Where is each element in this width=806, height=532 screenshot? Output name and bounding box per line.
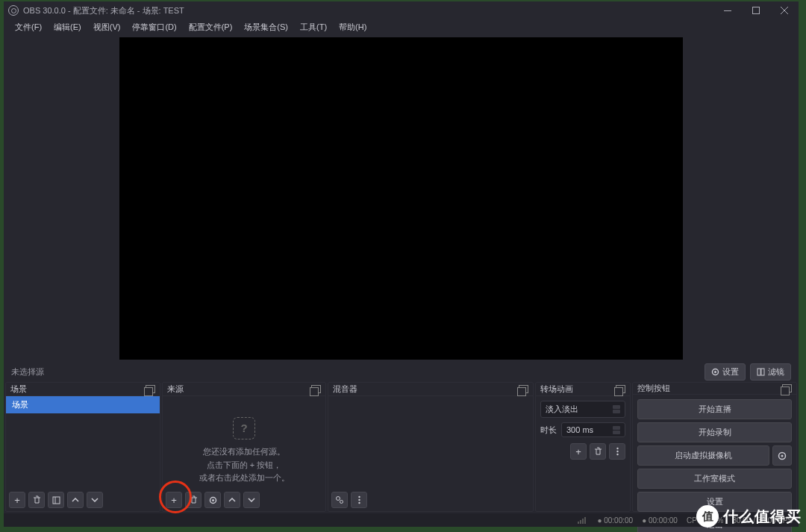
scene-up-button[interactable] <box>67 492 84 508</box>
menu-view[interactable]: 视图(V) <box>88 20 126 34</box>
close-button[interactable] <box>770 1 799 19</box>
scenes-list[interactable]: 场景 <box>6 396 160 489</box>
start-stream-button[interactable]: 开始直播 <box>637 399 792 419</box>
svg-rect-5 <box>761 369 764 375</box>
duration-input[interactable]: 300 ms <box>561 422 625 437</box>
trash-icon <box>594 447 602 456</box>
controls-dock: 控制按钮 开始直播 开始录制 启动虚拟摄像机 工作室模式 设置 退出 <box>632 382 797 512</box>
popout-icon[interactable] <box>616 385 625 393</box>
menu-tools[interactable]: 工具(T) <box>295 20 332 34</box>
svg-point-13 <box>358 499 360 501</box>
add-transition-button[interactable]: + <box>570 443 587 460</box>
trash-icon <box>33 495 41 504</box>
menu-help[interactable]: 帮助(H) <box>334 20 372 34</box>
svg-point-9 <box>212 499 214 501</box>
svg-rect-23 <box>584 517 586 524</box>
virtual-cam-button[interactable]: 启动虚拟摄像机 <box>637 445 769 466</box>
remove-scene-button[interactable] <box>28 492 45 508</box>
source-up-button[interactable] <box>224 492 240 508</box>
spinner-icon <box>613 405 620 413</box>
source-filters-button[interactable]: 滤镜 <box>750 363 791 381</box>
gear-icon <box>209 496 217 504</box>
menu-scene-collection[interactable]: 场景集合(S) <box>239 20 293 34</box>
popout-icon[interactable] <box>146 385 155 393</box>
statusbar: ● 00:00:00 ● 00:00:00 CPU: 0.2% 30.00 / … <box>4 513 799 527</box>
scene-filter-button[interactable] <box>48 492 64 508</box>
titlebar[interactable]: OBS 30.0.0 - 配置文件: 未命名 - 场景: TEST <box>4 1 799 19</box>
source-down-button[interactable] <box>243 492 260 508</box>
spinner-icon <box>613 426 620 434</box>
menu-file[interactable]: 文件(F) <box>10 20 47 34</box>
mixer-menu-button[interactable] <box>351 492 367 508</box>
add-source-button[interactable]: + <box>166 492 182 508</box>
source-settings-button[interactable]: 设置 <box>705 363 746 381</box>
window-title: OBS 30.0.0 - 配置文件: 未命名 - 场景: TEST <box>23 5 184 16</box>
mixer-dock: 混音器 <box>328 382 534 512</box>
transition-menu-button[interactable] <box>609 443 625 460</box>
svg-rect-1 <box>753 7 760 14</box>
svg-rect-22 <box>582 519 584 524</box>
remove-transition-button[interactable] <box>590 443 606 460</box>
mixer-settings-button[interactable] <box>331 492 348 508</box>
transitions-body: 淡入淡出 时长 300 ms + <box>536 396 630 464</box>
popout-icon[interactable] <box>311 385 321 393</box>
chevron-up-icon <box>72 498 79 502</box>
menu-edit[interactable]: 编辑(E) <box>49 20 87 34</box>
menu-dock[interactable]: 停靠窗口(D) <box>127 20 181 34</box>
remove-source-button[interactable] <box>185 492 202 508</box>
svg-rect-6 <box>53 497 60 504</box>
svg-point-15 <box>616 448 618 449</box>
studio-mode-button[interactable]: 工作室模式 <box>637 469 792 489</box>
app-window: OBS 30.0.0 - 配置文件: 未命名 - 场景: TEST 文件(F) … <box>4 1 799 527</box>
watermark-text: 什么值得买 <box>723 507 802 527</box>
svg-point-3 <box>714 371 716 373</box>
sources-header[interactable]: 来源 <box>163 383 325 396</box>
virtual-cam-settings-button[interactable] <box>772 445 792 466</box>
controls-header[interactable]: 控制按钮 <box>633 383 796 395</box>
duration-label: 时长 <box>540 425 557 436</box>
scene-down-button[interactable] <box>87 492 103 508</box>
source-toolbar: 未选择源 设置 滤镜 <box>4 363 799 381</box>
gears-icon <box>335 495 344 504</box>
svg-rect-21 <box>580 520 581 524</box>
svg-rect-20 <box>578 522 579 524</box>
preview-area[interactable] <box>4 34 799 363</box>
status-live: ● 00:00:00 <box>597 516 633 525</box>
scene-item[interactable]: 场景 <box>6 396 160 413</box>
sources-empty-message: ? 您还没有添加任何源。 点击下面的 + 按钮， 或者右击此处添加一个。 <box>163 417 325 485</box>
sources-list[interactable]: ? 您还没有添加任何源。 点击下面的 + 按钮， 或者右击此处添加一个。 <box>163 396 325 489</box>
network-icon <box>578 516 588 524</box>
svg-rect-4 <box>757 369 760 375</box>
svg-point-12 <box>358 496 360 498</box>
maximize-button[interactable] <box>742 1 770 19</box>
question-icon: ? <box>233 417 255 439</box>
svg-point-10 <box>337 497 340 501</box>
no-source-label: 未选择源 <box>11 366 44 378</box>
minimize-button[interactable] <box>713 1 742 19</box>
mixer-body[interactable] <box>328 396 533 489</box>
menu-profile[interactable]: 配置文件(P) <box>184 20 238 34</box>
obs-logo-icon <box>8 5 19 16</box>
mixer-header[interactable]: 混音器 <box>328 383 533 396</box>
docks-container: 场景 场景 + <box>4 381 799 513</box>
svg-rect-0 <box>724 10 731 11</box>
panel-icon <box>52 496 60 504</box>
gear-icon <box>778 451 787 460</box>
start-record-button[interactable]: 开始录制 <box>637 422 792 442</box>
popout-icon[interactable] <box>782 384 792 392</box>
chevron-up-icon <box>228 498 236 502</box>
source-props-button[interactable] <box>204 492 221 508</box>
popout-icon[interactable] <box>519 385 528 393</box>
chevron-down-icon <box>248 498 255 502</box>
watermark-logo-icon: 值 <box>696 505 719 528</box>
transitions-header[interactable]: 转场动画 <box>536 383 630 396</box>
menubar: 文件(F) 编辑(E) 视图(V) 停靠窗口(D) 配置文件(P) 场景集合(S… <box>4 19 799 34</box>
scenes-header[interactable]: 场景 <box>6 383 160 396</box>
preview-canvas[interactable] <box>119 37 683 360</box>
kebab-icon <box>358 495 360 504</box>
kebab-icon <box>616 447 619 456</box>
transition-select[interactable]: 淡入淡出 <box>540 401 625 418</box>
svg-point-19 <box>781 454 784 457</box>
chevron-down-icon <box>91 498 99 502</box>
add-scene-button[interactable]: + <box>9 492 25 508</box>
